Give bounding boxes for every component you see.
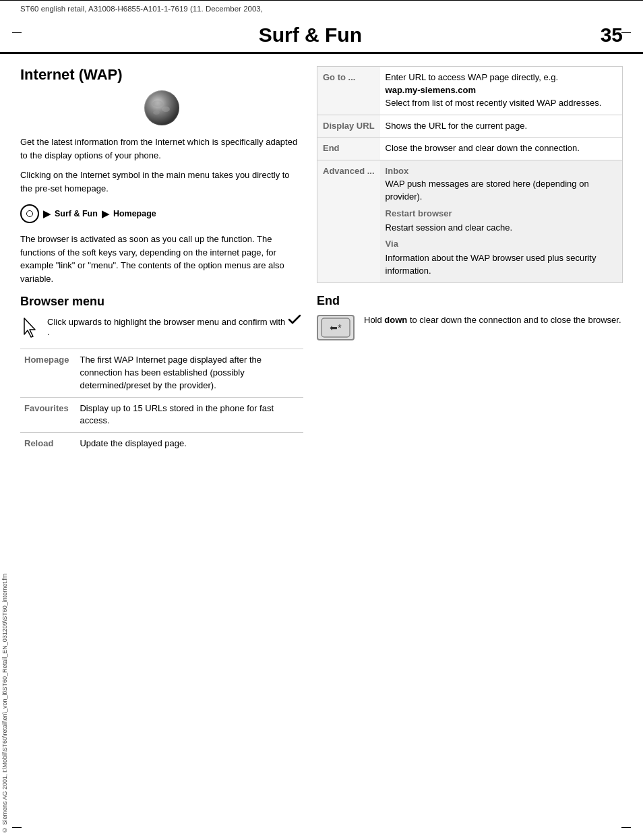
table-desc-reload: Update the displayed page. bbox=[75, 433, 303, 455]
globe-icon bbox=[144, 90, 179, 125]
browser-text-1: The browser is activated as soon as you … bbox=[20, 233, 303, 285]
right-content-end: Close the browser and clear down the con… bbox=[380, 138, 623, 160]
nav-path: ▶ Surf & Fun ▶ Homepage bbox=[20, 204, 303, 223]
browser-menu-heading: Browser menu bbox=[20, 295, 303, 309]
table-row-display-url: Display URL Shows the URL for the curren… bbox=[317, 115, 623, 138]
right-label-goto: Go to ... bbox=[317, 67, 380, 115]
confirm-checkmark bbox=[288, 314, 301, 325]
right-table: Go to ... Enter URL to access WAP page d… bbox=[317, 66, 623, 283]
svg-point-1 bbox=[152, 100, 163, 107]
right-column: Go to ... Enter URL to access WAP page d… bbox=[317, 54, 623, 455]
end-bold-down: down bbox=[384, 315, 407, 325]
end-key-icon: ⬅* bbox=[317, 315, 355, 340]
end-icon: ⬅* bbox=[317, 315, 355, 340]
table-label-reload: Reload bbox=[20, 433, 75, 455]
right-label-advanced: Advanced ... bbox=[317, 160, 380, 283]
intro-text-1: Get the latest information from the Inte… bbox=[20, 136, 303, 162]
advanced-restart-label: Restart browser bbox=[386, 208, 617, 220]
nav-label-2: Homepage bbox=[113, 209, 156, 218]
browser-menu-desc: Click upwards to highlight the browser m… bbox=[47, 314, 303, 337]
nav-arrow-1: ▶ bbox=[43, 208, 51, 219]
right-label-end: End bbox=[317, 138, 380, 160]
table-row-goto: Go to ... Enter URL to access WAP page d… bbox=[317, 67, 623, 115]
corner-bl bbox=[12, 818, 22, 828]
svg-point-3 bbox=[153, 111, 160, 115]
wap-url: wap.my-siemens.com bbox=[386, 85, 476, 95]
svg-point-2 bbox=[162, 107, 170, 112]
browser-menu-row: Click upwards to highlight the browser m… bbox=[20, 314, 303, 340]
advanced-via-label: Via bbox=[386, 238, 617, 251]
confirm-period: . bbox=[47, 327, 50, 337]
title-area: Surf & Fun 35 bbox=[0, 17, 643, 54]
intro-text-2: Clicking on the Internet symbol in the m… bbox=[20, 169, 303, 195]
right-content-goto: Enter URL to access WAP page directly, e… bbox=[380, 67, 623, 115]
table-label-favourites: Favourites bbox=[20, 397, 75, 433]
nav-label-1: Surf & Fun bbox=[55, 209, 98, 218]
svg-text:⬅*: ⬅* bbox=[330, 322, 342, 333]
table-row: Reload Update the displayed page. bbox=[20, 433, 303, 455]
page-number: 35 bbox=[601, 24, 623, 52]
end-heading: End bbox=[317, 294, 623, 308]
cursor-icon bbox=[20, 317, 39, 340]
table-row-end: End Close the browser and clear down the… bbox=[317, 138, 623, 160]
internet-wap-heading: Internet (WAP) bbox=[20, 66, 303, 84]
nav-circle-inner bbox=[26, 210, 33, 217]
header-text: ST60 english retail, A31008-H6855-A101-1… bbox=[20, 5, 263, 13]
browser-menu-table: Homepage The first WAP Internet page dis… bbox=[20, 349, 303, 455]
right-label-display-url: Display URL bbox=[317, 115, 380, 138]
table-row: Homepage The first WAP Internet page dis… bbox=[20, 349, 303, 398]
table-row: Favourites Display up to 15 URLs stored … bbox=[20, 397, 303, 433]
right-content-display-url: Shows the URL for the current page. bbox=[380, 115, 623, 138]
globe-icon-wrapper bbox=[20, 90, 303, 127]
page-title: Surf & Fun bbox=[20, 24, 601, 52]
table-desc-homepage: The first WAP Internet page displayed af… bbox=[75, 349, 303, 398]
nav-arrow-2: ▶ bbox=[102, 208, 109, 219]
table-row-advanced: Advanced ... Inbox WAP push messages are… bbox=[317, 160, 623, 283]
page-wrapper: © Siemens AG 2001, I:\Mobil\ST60\retail\… bbox=[0, 0, 643, 840]
corner-br bbox=[621, 818, 631, 828]
sidebar-text: © Siemens AG 2001, I:\Mobil\ST60\retail\… bbox=[0, 169, 13, 840]
nav-circle-icon bbox=[20, 204, 39, 223]
table-desc-favourites: Display up to 15 URLs stored in the phon… bbox=[75, 397, 303, 433]
end-section: End ⬅* Hold down to clear bbox=[317, 294, 623, 340]
end-text: Hold down to clear down the connection a… bbox=[364, 313, 621, 327]
advanced-inbox-label: Inbox bbox=[386, 166, 409, 176]
header-strip: ST60 english retail, A31008-H6855-A101-1… bbox=[0, 0, 643, 17]
end-row: ⬅* Hold down to clear down the connectio… bbox=[317, 313, 623, 340]
svg-point-0 bbox=[145, 91, 179, 125]
right-content-advanced: Inbox WAP push messages are stored here … bbox=[380, 160, 623, 283]
table-label-homepage: Homepage bbox=[20, 349, 75, 398]
left-column: Internet (WAP) bbox=[20, 54, 303, 455]
content-area: Internet (WAP) bbox=[0, 54, 643, 455]
